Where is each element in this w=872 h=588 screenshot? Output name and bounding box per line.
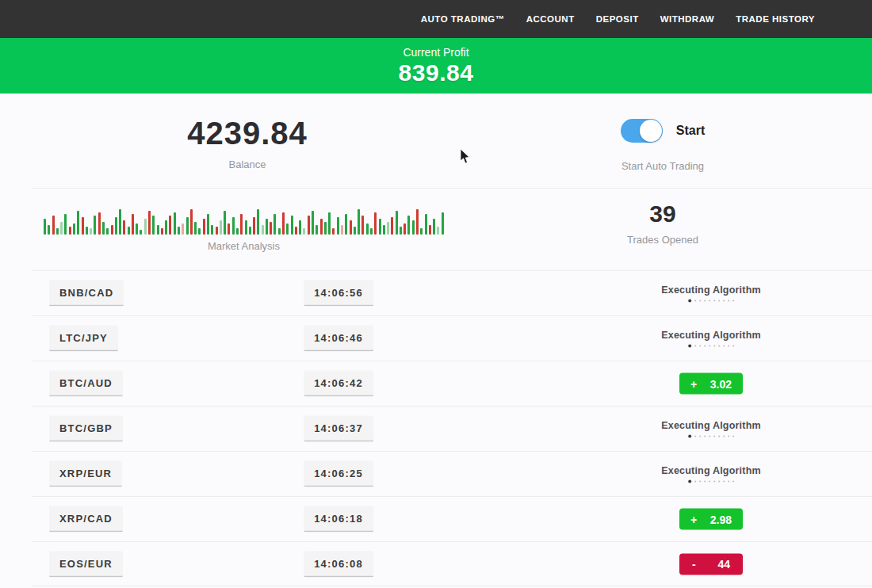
market-bar (312, 211, 314, 235)
status-cell: + 3.02 (679, 373, 743, 395)
market-bar (328, 212, 331, 235)
market-bar (245, 220, 247, 235)
progress-dots (661, 480, 761, 483)
result-sign: + (690, 513, 697, 525)
market-bar (282, 212, 285, 235)
time-badge: 14:06:18 (304, 506, 373, 533)
market-bar (429, 225, 431, 235)
pair-badge: XRP/EUR (49, 461, 122, 487)
section-divider (32, 188, 872, 189)
market-bar (69, 227, 71, 235)
market-bar (308, 216, 310, 235)
table-row: BNB/CAD 14:06:56 Executing Algorithm (32, 270, 872, 315)
market-bar (148, 211, 151, 235)
market-analysis-label: Market Analysis (44, 240, 444, 252)
market-bar (186, 217, 189, 235)
market-bar (182, 223, 184, 235)
market-bar (278, 228, 281, 235)
market-bar (228, 223, 230, 235)
top-navbar: AUTO TRADING™ ACCOUNT DEPOSIT WITHDRAW T… (0, 0, 872, 38)
result-badge: + 2.98 (679, 509, 743, 530)
market-bar (291, 216, 293, 235)
progress-dots (661, 300, 761, 303)
nav-item-account[interactable]: ACCOUNT (526, 14, 575, 24)
balance-block: 4239.84 Balance (49, 116, 446, 170)
market-bar (236, 228, 239, 235)
market-bar (387, 222, 389, 235)
trades-opened-block: 39 Trades Opened (544, 200, 782, 246)
market-bar (345, 214, 347, 235)
trades-list: BNB/CAD 14:06:56 Executing Algorithm LTC… (32, 270, 872, 586)
current-profit-banner: Current Profit 839.84 (0, 38, 872, 94)
market-bar (86, 227, 88, 235)
market-bar (60, 222, 63, 235)
pair-badge: LTC/JPY (49, 326, 118, 352)
result-badge: + 3.02 (679, 373, 743, 395)
table-row: XRP/CAD 14:06:18 + 2.98 (32, 496, 872, 541)
toggle-label: Start (676, 124, 705, 138)
market-bar (90, 228, 92, 235)
market-bar (316, 225, 318, 235)
market-bar (379, 219, 381, 235)
market-bar (198, 228, 201, 235)
trades-opened-label: Trades Opened (544, 234, 782, 246)
market-bar (216, 227, 218, 235)
market-bar (157, 225, 159, 235)
market-bar (366, 223, 369, 235)
time-badge: 14:06:37 (304, 416, 373, 442)
auto-trading-app: AUTO TRADING™ ACCOUNT DEPOSIT WITHDRAW T… (0, 0, 872, 588)
market-bar (119, 209, 121, 235)
table-row: EOS/EUR 14:06:08 - 44 (32, 541, 872, 586)
market-bar (412, 220, 415, 235)
pair-badge: BTC/AUD (49, 371, 123, 397)
market-bar (320, 219, 323, 235)
pair-badge: EOS/EUR (49, 551, 123, 577)
market-bar (98, 212, 101, 235)
pair-badge: XRP/CAD (49, 506, 123, 533)
market-bar (425, 214, 427, 235)
nav-item-withdraw[interactable]: WITHDRAW (660, 14, 715, 24)
market-bar (115, 217, 117, 235)
market-bar (102, 222, 105, 235)
pair-badge: BNB/CAD (49, 281, 124, 307)
market-bar (73, 223, 75, 235)
market-bar (174, 212, 176, 235)
time-badge: 14:06:42 (304, 371, 373, 397)
result-amount: 44 (717, 558, 730, 571)
market-bar (220, 220, 222, 235)
progress-dots (661, 345, 761, 348)
nav-item-deposit[interactable]: DEPOSIT (596, 14, 639, 24)
market-bar (253, 217, 255, 235)
executing-algorithm-label: Executing Algorithm (661, 284, 761, 296)
market-bar (178, 227, 180, 235)
trades-opened-value: 39 (544, 200, 782, 227)
market-bar (370, 228, 373, 235)
table-row: LTC/JPY 14:06:46 Executing Algorithm (32, 315, 872, 361)
nav-item-auto-trading[interactable]: AUTO TRADING™ (421, 14, 505, 24)
nav-item-trade-history[interactable]: TRADE HISTORY (736, 14, 815, 24)
market-bar (374, 212, 377, 235)
balance-value: 4239.84 (49, 116, 446, 151)
balance-label: Balance (49, 158, 446, 170)
status-cell: - 44 (679, 553, 743, 575)
market-bar (232, 217, 235, 235)
market-bar (416, 209, 419, 235)
status-cell: + 2.98 (679, 509, 743, 530)
time-badge: 14:06:46 (304, 326, 373, 352)
market-bar (286, 223, 289, 235)
market-bar (303, 228, 305, 235)
market-bar (82, 217, 84, 235)
market-bar (169, 216, 171, 235)
market-bar (433, 219, 435, 235)
time-badge: 14:06:08 (304, 551, 373, 577)
market-bar (211, 225, 213, 235)
auto-trading-toggle[interactable] (621, 119, 663, 143)
executing-algorithm-label: Executing Algorithm (661, 330, 761, 341)
market-bar (111, 225, 113, 235)
auto-trading-block: Start Start Auto Trading (544, 119, 782, 172)
result-sign: + (690, 377, 697, 390)
progress-dots (661, 435, 761, 438)
market-bar (165, 220, 167, 235)
toggle-knob (640, 120, 662, 142)
market-bar (207, 214, 209, 235)
